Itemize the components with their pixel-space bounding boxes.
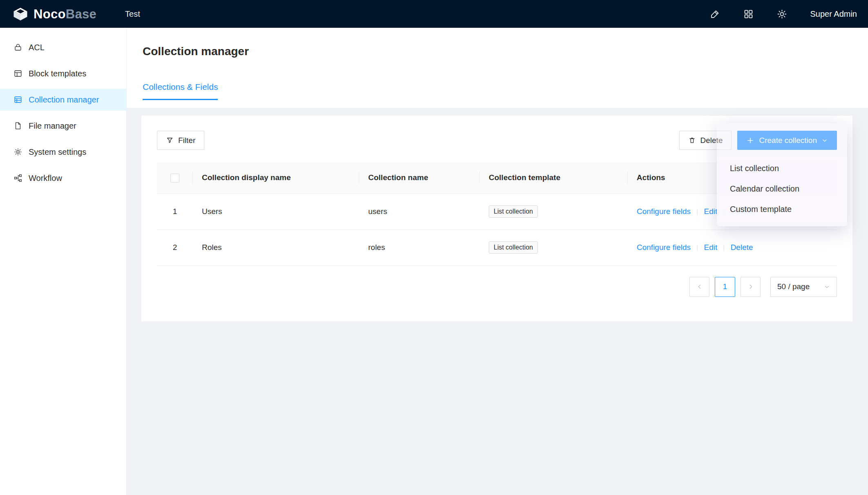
row-index: 1 bbox=[173, 207, 177, 216]
sidebar-item-label: System settings bbox=[29, 147, 86, 157]
action-divider: | bbox=[696, 244, 698, 252]
menu-item-custom-template[interactable]: Custom template bbox=[717, 199, 847, 219]
filter-button[interactable]: Filter bbox=[157, 131, 204, 150]
template-tag: List collection bbox=[489, 205, 538, 218]
sidebar-item-collection-manager[interactable]: Collection manager bbox=[0, 89, 126, 111]
sidebar-item-label: File manager bbox=[29, 121, 76, 131]
configure-fields-link[interactable]: Configure fields bbox=[637, 207, 691, 216]
row-index: 2 bbox=[173, 243, 177, 252]
display-name-value: Users bbox=[202, 207, 222, 216]
header-cell-template: Collection template bbox=[480, 162, 628, 194]
edit-link[interactable]: Edit bbox=[704, 207, 717, 216]
chevron-down-icon bbox=[824, 284, 830, 290]
sidebar-item-acl[interactable]: ACL bbox=[0, 36, 126, 58]
action-divider: | bbox=[723, 244, 725, 252]
action-divider: | bbox=[696, 208, 698, 216]
settings-sidebar: ACL Block templates Collection manager bbox=[0, 28, 127, 495]
trash-icon bbox=[688, 136, 696, 144]
sidebar-item-workflow[interactable]: Workflow bbox=[0, 167, 126, 189]
cube-logo-icon bbox=[13, 7, 28, 21]
tab-bar: Collections & Fields bbox=[143, 81, 852, 100]
collection-name-value: roles bbox=[368, 243, 385, 252]
pagination-next-button[interactable] bbox=[740, 277, 761, 297]
template-tag: List collection bbox=[489, 241, 538, 254]
sidebar-item-label: Block templates bbox=[29, 69, 86, 78]
sidebar-item-system-settings[interactable]: System settings bbox=[0, 141, 126, 163]
header-cell-select bbox=[157, 162, 193, 194]
collection-name-cell: roles bbox=[359, 230, 480, 265]
select-all-checkbox[interactable] bbox=[170, 174, 179, 183]
chevron-right-icon bbox=[747, 283, 754, 290]
pagination-page-1[interactable]: 1 bbox=[715, 277, 735, 297]
pagination-prev-button[interactable] bbox=[689, 277, 709, 297]
layout-icon bbox=[13, 69, 22, 78]
top-navbar: NocoBase Test Super Admin bbox=[0, 0, 868, 28]
lock-icon bbox=[13, 43, 22, 52]
chevron-left-icon bbox=[696, 283, 703, 290]
row-index-cell: 2 bbox=[157, 230, 193, 265]
brand-noco: Noco bbox=[34, 7, 66, 21]
filter-button-label: Filter bbox=[178, 136, 195, 145]
actions-cell: Configure fields|Edit|Delete bbox=[628, 230, 837, 265]
nocobase-logo[interactable]: NocoBase bbox=[13, 7, 96, 21]
header-cell-display-name: Collection display name bbox=[193, 162, 359, 194]
page-size-value: 50 / page bbox=[777, 282, 810, 291]
page-header: Collection manager Collections & Fields bbox=[127, 28, 868, 108]
tab-collections-and-fields[interactable]: Collections & Fields bbox=[143, 81, 218, 100]
sidebar-item-file-manager[interactable]: File manager bbox=[0, 115, 126, 137]
file-icon bbox=[13, 121, 22, 130]
nav-item-test[interactable]: Test bbox=[120, 9, 145, 19]
template-cell: List collection bbox=[480, 194, 628, 230]
plugins-grid-icon[interactable] bbox=[743, 9, 754, 20]
menu-item-calendar-collection[interactable]: Calendar collection bbox=[717, 178, 847, 199]
current-user[interactable]: Super Admin bbox=[810, 9, 857, 19]
brand-name: NocoBase bbox=[34, 8, 96, 20]
app-body: ACL Block templates Collection manager bbox=[0, 28, 868, 495]
navbar-menu: Test bbox=[120, 9, 145, 19]
page-title: Collection manager bbox=[143, 42, 852, 60]
pagination: 1 50 / page bbox=[157, 277, 837, 297]
collection-name-cell: users bbox=[359, 194, 480, 230]
sidebar-item-block-templates[interactable]: Block templates bbox=[0, 62, 126, 85]
gear-icon bbox=[13, 147, 22, 156]
sidebar-item-label: ACL bbox=[29, 43, 45, 52]
header-cell-collection-name: Collection name bbox=[359, 162, 480, 194]
sidebar-item-label: Workflow bbox=[29, 174, 62, 183]
ui-editor-pen-icon[interactable] bbox=[709, 9, 720, 20]
page-size-select[interactable]: 50 / page bbox=[770, 277, 837, 297]
row-index-cell: 1 bbox=[157, 194, 193, 230]
navbar-right: Super Admin bbox=[709, 9, 857, 20]
sidebar-item-label: Collection manager bbox=[29, 95, 99, 105]
display-name-cell: Users bbox=[193, 194, 359, 230]
filter-funnel-icon bbox=[166, 136, 174, 144]
delete-link[interactable]: Delete bbox=[731, 243, 753, 252]
table-row: 2 Roles roles List collection bbox=[157, 230, 837, 265]
display-name-value: Roles bbox=[202, 243, 222, 252]
menu-item-list-collection[interactable]: List collection bbox=[717, 158, 847, 178]
main-area: Collection manager Collections & Fields … bbox=[127, 28, 868, 495]
collection-name-value: users bbox=[368, 207, 387, 216]
create-collection-dropdown: List collection Calendar collection Cust… bbox=[717, 123, 847, 226]
create-collection-menu: List collection Calendar collection Cust… bbox=[717, 156, 847, 223]
brand-base: Base bbox=[66, 7, 96, 21]
workflow-icon bbox=[13, 174, 22, 183]
template-cell: List collection bbox=[480, 230, 628, 265]
settings-gear-icon[interactable] bbox=[776, 9, 787, 20]
display-name-cell: Roles bbox=[193, 230, 359, 265]
table-icon bbox=[13, 95, 22, 104]
configure-fields-link[interactable]: Configure fields bbox=[637, 243, 691, 252]
edit-link[interactable]: Edit bbox=[704, 243, 717, 252]
